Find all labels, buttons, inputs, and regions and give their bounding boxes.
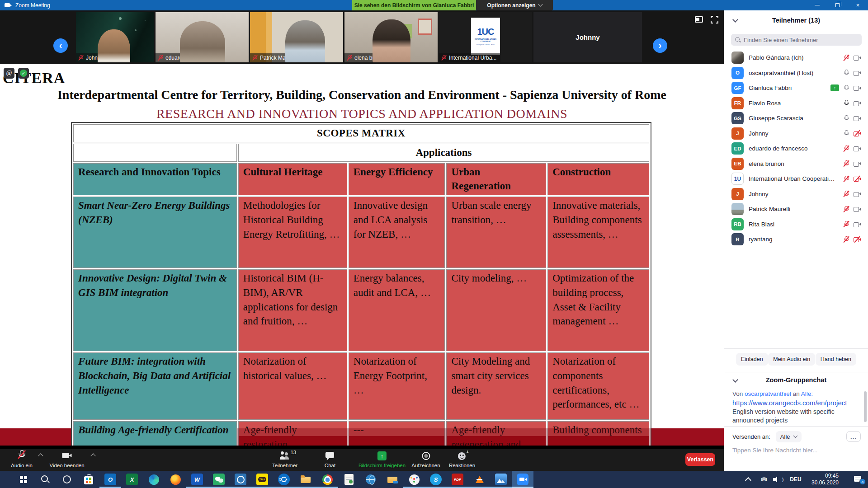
gallery-view-icon[interactable]	[695, 16, 703, 23]
participant-row[interactable]: RB Rita Biasi	[724, 217, 868, 232]
taskbar-icon-wechat[interactable]	[208, 471, 230, 488]
minimize-button[interactable]	[807, 0, 827, 10]
restore-button[interactable]	[827, 0, 848, 10]
participant-row[interactable]: GS Giuseppe Scarascia	[724, 111, 868, 126]
taskbar-icon-globe-app[interactable]	[360, 471, 382, 488]
taskbar-icon-zoom[interactable]	[512, 471, 533, 488]
chat-more-button[interactable]: ...	[846, 431, 861, 442]
taskbar-icon-vlc[interactable]	[468, 471, 490, 488]
mic-muted-icon[interactable]	[843, 190, 850, 197]
tray-expand-chevron[interactable]	[741, 471, 756, 488]
participant-row[interactable]: Patrick Maurelli	[724, 202, 868, 217]
camera-icon[interactable]	[854, 206, 861, 213]
participant-row[interactable]: GF Gianluca Fabbri ↑	[724, 80, 868, 96]
chat-link[interactable]: https://www.orangecds.com/en/project	[732, 399, 854, 407]
taskbar-icon-onedrive-folder[interactable]	[382, 471, 403, 488]
options-menu-button[interactable]: Optionen anzeigen	[476, 0, 553, 10]
taskbar-icon-document-app[interactable]	[338, 471, 360, 488]
mic-muted-icon[interactable]	[843, 160, 850, 167]
mic-icon[interactable]	[843, 130, 850, 137]
taskbar-icon-explorer[interactable]	[295, 471, 316, 488]
taskbar-icon-store[interactable]	[78, 471, 99, 488]
invite-button[interactable]: Einladen	[736, 353, 768, 366]
video-tile-eduardo[interactable]: eduardo de france...	[156, 12, 249, 62]
taskbar-icon-outlook[interactable]: O	[99, 471, 121, 488]
camera-off-icon[interactable]	[854, 175, 861, 183]
taskbar-icon-pdf[interactable]: PDF	[447, 471, 468, 488]
chat-button[interactable]: Chat	[325, 451, 335, 468]
taskbar-icon-photos[interactable]	[490, 471, 512, 488]
send-to-dropdown[interactable]: Alle	[776, 431, 802, 442]
language-indicator[interactable]: DEU	[786, 471, 806, 488]
taskbar-icon-nextcloud[interactable]	[273, 471, 295, 488]
taskbar-icon-whatsapp[interactable]	[230, 471, 251, 488]
volume-indicator[interactable]: )	[770, 471, 786, 488]
camera-icon[interactable]	[854, 190, 861, 197]
participant-row[interactable]: R ryantang	[724, 232, 868, 247]
video-tile-patrick[interactable]: Patrick Maurelli	[250, 12, 343, 62]
reactions-button[interactable]: + Reaktionen	[449, 451, 475, 468]
participant-row[interactable]: FR Flavio Rosa	[724, 96, 868, 111]
mic-muted-icon[interactable]	[843, 236, 850, 243]
notification-center[interactable]: 4	[844, 471, 868, 488]
video-tile-johnny[interactable]: Johnny	[76, 12, 154, 62]
taskbar-icon-edge[interactable]	[143, 471, 165, 488]
camera-icon[interactable]	[854, 69, 861, 76]
participant-row[interactable]: J Johnny	[724, 187, 868, 202]
camera-icon[interactable]	[854, 99, 861, 107]
mic-icon[interactable]	[843, 69, 850, 76]
mic-muted-icon[interactable]	[843, 175, 850, 183]
record-button[interactable]: Aufzeichnen	[411, 451, 440, 468]
taskbar-icon-search[interactable]	[34, 471, 56, 488]
mic-icon[interactable]	[843, 84, 850, 92]
camera-icon[interactable]	[854, 160, 861, 167]
video-tile-iuc[interactable]: 1UC INTERNATIONAL URBAN COOPERAT Europea…	[439, 12, 532, 62]
chat-scrollbar[interactable]	[864, 391, 867, 422]
camera-icon[interactable]	[854, 84, 861, 92]
participant-row[interactable]: Pablo Gándara (Ich)	[724, 50, 868, 66]
camera-icon[interactable]	[854, 115, 861, 122]
audio-options-chevron[interactable]	[38, 453, 43, 458]
taskbar-icon-paint[interactable]	[403, 471, 425, 488]
mic-muted-icon[interactable]	[843, 54, 850, 61]
participant-row[interactable]: ED eduardo de francesco	[724, 141, 868, 156]
fullscreen-icon[interactable]	[711, 16, 718, 23]
taskbar-icon-firefox[interactable]	[165, 471, 186, 488]
participant-row[interactable]: 1U International Urban Cooperation ...	[724, 171, 868, 187]
taskbar-icon-word[interactable]: W	[186, 471, 208, 488]
participant-search[interactable]	[731, 34, 862, 46]
participant-row[interactable]: O oscarpratvanthiel (Host)	[724, 66, 868, 81]
search-input[interactable]	[744, 37, 858, 43]
taskbar-icon-excel[interactable]: X	[121, 471, 143, 488]
mic-muted-icon[interactable]	[843, 221, 850, 228]
taskbar-icon-cortana[interactable]	[56, 471, 78, 488]
chat-message-input[interactable]	[732, 447, 861, 454]
raise-hand-button[interactable]: Hand heben	[816, 353, 856, 366]
video-options-chevron[interactable]	[90, 453, 95, 458]
audio-button[interactable]: Audio ein	[11, 451, 33, 468]
taskbar-icon-skype[interactable]: S	[425, 471, 447, 488]
taskbar-icon-chrome[interactable]	[316, 471, 338, 488]
mic-icon[interactable]	[843, 115, 850, 122]
taskbar-icon-kakaotalk[interactable]	[251, 471, 273, 488]
camera-icon[interactable]	[854, 54, 861, 61]
video-tile-johnny-novideo[interactable]: Johnny	[533, 12, 642, 62]
mic-muted-icon[interactable]	[843, 206, 850, 213]
camera-icon[interactable]	[854, 145, 861, 152]
camera-off-icon[interactable]	[854, 236, 861, 243]
video-button[interactable]: Video beenden	[49, 451, 84, 468]
camera-off-icon[interactable]	[854, 130, 861, 137]
next-videos-button[interactable]: ›	[653, 38, 667, 53]
wifi-indicator[interactable]: )))	[756, 471, 770, 488]
mic-active-icon[interactable]	[843, 99, 850, 107]
camera-icon[interactable]	[854, 221, 861, 228]
participant-row[interactable]: J Johnny	[724, 126, 868, 141]
close-button[interactable]: ×	[848, 0, 868, 10]
previous-videos-button[interactable]: ‹	[53, 38, 68, 53]
leave-meeting-button[interactable]: Verlassen	[685, 453, 715, 466]
participant-row[interactable]: EB elena brunori	[724, 156, 868, 172]
start-button[interactable]	[13, 471, 34, 488]
mic-muted-icon[interactable]	[843, 145, 850, 152]
unmute-audio-button[interactable]: Mein Audio ein	[768, 353, 815, 366]
participants-button[interactable]: 13 Teilnehmer	[272, 451, 297, 468]
